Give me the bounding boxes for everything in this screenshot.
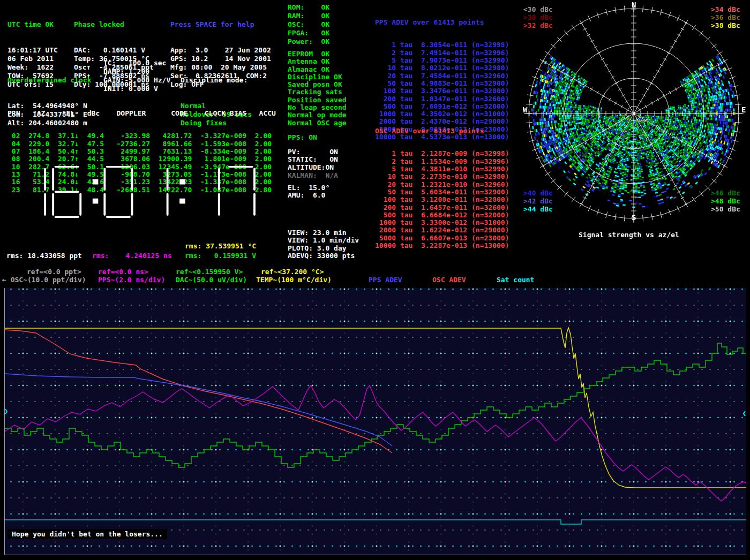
list-item: 50 tau 5.6034e-011 (n=32900) [375, 188, 509, 196]
list-item: 50 tau 4.9883e-011 (n=32900) [375, 80, 509, 87]
list-item: 08 200.4 20.7↑ 44.5 3678.06 12900.39 1.8… [8, 155, 276, 163]
list-item: 16:01:17 UTC [8, 46, 58, 55]
list-item: 04 229.0 32.7↓ 47.5 -2736.27 8961.66 -1.… [8, 140, 276, 148]
trace-sat-count [5, 520, 746, 524]
list-item: Tracking sats [288, 88, 347, 96]
status-message: Hope you didn't bet on the losers... [8, 529, 167, 539]
list-item: OSC: OK [288, 20, 329, 29]
list-item: TC: 100.0 sec [103, 59, 170, 67]
list-item: >46 dBc [711, 189, 740, 197]
compass-south-label: S [632, 213, 636, 222]
osc-adev-title: OSC ADEV over 61413 points [375, 127, 509, 135]
list-item: Saved posn OK [288, 81, 347, 88]
list-item: Power: OK [288, 37, 329, 46]
legend-dac-ref: ref~<0.159950 V> [176, 268, 243, 276]
fix-flags-block: PV: ONSTATIC: ONALTITUDE:ON [288, 148, 338, 171]
list-item: 10 tau 2.2735e-010 (n=32980) [375, 173, 509, 180]
list-item: DAMP: 1.200 [103, 67, 170, 76]
list-item: >48 dBc [711, 197, 740, 205]
list-item: App: 3.0 27 Jun 2002 [170, 46, 271, 55]
list-item: <30 dBc [523, 5, 553, 13]
legend-dac-scale: DAC~(50.0 uV/div) [176, 276, 247, 284]
receiver-status-block: EEPROM OKAntenna OKAlmanac OKDiscipline … [288, 50, 347, 127]
dbc-legend-bottom-left: >40 dBc>42 dBc>44 dBc [523, 189, 553, 213]
strip-chart[interactable]: ❯ ❮ [4, 288, 746, 555]
list-item: >36 dBc [711, 13, 740, 21]
compass-west-label: W [523, 105, 527, 114]
list-item: 500 tau 7.6091e-012 (n=32000) [375, 103, 509, 110]
list-item: FPGA: OK [288, 29, 329, 37]
list-item: AMU: 6.0 [288, 192, 329, 199]
list-item: Normal op mode [288, 111, 347, 119]
legend-temp-ref: ref~<37.200 °C> [261, 268, 324, 276]
list-item: VIEW: 1.0 min/div [288, 237, 359, 244]
list-item: >50 dBc [711, 205, 740, 213]
legend-pps-ref: ref=<0.0 ns> [98, 268, 148, 276]
list-item: 02 274.8 37.1↓ 49.4 -323.98 4281.72 -3.3… [8, 132, 276, 140]
device-status-block: ROM: OKRAM: OKOSC: OKFPGA: OKPower: OK [288, 3, 329, 46]
list-item: EEPROM OK [288, 50, 347, 58]
osc-adev-table: OSC ADEV over 61413 points 1 tau 2.1287e… [375, 112, 509, 265]
list-item: Almanac OK [288, 66, 347, 73]
list-item: 5 tau 7.9073e-011 (n=32990) [375, 57, 509, 64]
list-item: 10000 tau 3.2287e-013 (n=13000) [375, 242, 509, 249]
list-item: Normal OSC age [288, 119, 347, 127]
rms-temp: rms: 37.539951 °C [185, 242, 256, 250]
help-hint: Press SPACE for help [170, 20, 271, 29]
rms-osc: rms: 18.433058 ppt [6, 252, 82, 260]
seven-segment-display [16, 166, 262, 218]
osc-adev-rows: 1 tau 2.1287e-009 (n=32998) 2 tau 1.1534… [375, 150, 509, 249]
list-item: 1000 tau 3.3300e-012 (n=31000) [375, 219, 509, 226]
utc-status: UTC time OK [8, 20, 58, 29]
list-item: 100 tau 3.3476e-011 (n=32800) [375, 87, 509, 95]
list-item: 2 tau 7.4914e-011 (n=32996) [375, 49, 509, 57]
list-item: >40 dBc [523, 189, 553, 197]
el-amu-block: EL: 15.0°AMU: 6.0 [288, 184, 329, 200]
left-edge-marker: ❯ [4, 408, 8, 414]
list-item: >30 dBc [523, 13, 553, 21]
list-item: Position saved [288, 96, 347, 104]
trace-pps-trace [5, 385, 746, 501]
list-item: 07 186.4 50.4↑ 50.3 2499.97 7631.13 -8.3… [8, 148, 276, 155]
strip-chart-traces [5, 288, 746, 555]
list-item: >34 dBc [711, 5, 740, 13]
legend-osc-ref: ref=<0.0 ppt> [27, 268, 81, 276]
list-item: >42 dBc [523, 197, 553, 205]
list-item: PLOTQ: 3.0 day [288, 245, 359, 252]
list-item: 5000 tau 6.6607e-013 (n=23000) [375, 234, 509, 242]
list-item: 100 tau 3.1208e-011 (n=32800) [375, 196, 509, 203]
list-item: ROM: OK [288, 3, 329, 12]
compass-east-label: E [741, 105, 746, 114]
dbc-legend-top-right: >34 dBc>36 dBc>38 dBc [711, 5, 740, 29]
list-item: 1 tau 2.1287e-009 (n=32998) [375, 150, 509, 157]
legend-pps-adev: PPS ADEV [369, 276, 402, 284]
list-item: PV: ON [288, 148, 338, 156]
list-item: 10 tau 8.0212e-011 (n=32980) [375, 64, 509, 72]
pps-state: PPS: ON [288, 133, 317, 141]
kalman-flag: KALMAN: N/A [288, 171, 338, 179]
list-item: ADEVQ: 33000 pts [288, 252, 359, 260]
digital-clock [16, 166, 262, 218]
list-item: ALTITUDE:ON [288, 164, 338, 171]
list-item: 1 tau 8.3054e-011 (n=32998) [375, 41, 509, 49]
list-item: 200 tau 1.8347e-011 (n=32600) [375, 95, 509, 103]
list-item: 2000 tau 1.6224e-012 (n=29000) [375, 226, 509, 234]
list-item: Antenna OK [288, 58, 347, 65]
pps-adev-title: PPS ADEV over 61413 points [375, 19, 509, 26]
compass-north-label: N [632, 1, 636, 9]
list-item: >44 dBc [523, 205, 553, 213]
list-item: VIEW: 23.0 min [288, 229, 359, 237]
legend-osc-adev: OSC ADEV [432, 276, 466, 284]
list-item: 20 tau 7.4584e-011 (n=32960) [375, 72, 509, 80]
satellite-table-header: PRN °AZ °EL dBc DOPPLER CODE CLOCK BIAS … [8, 110, 276, 117]
list-item: DAC: 0.160141 V [74, 46, 154, 55]
list-item: GAIN:-5.000 Hz/V [103, 76, 170, 85]
legend-temp-scale: TEMP~(100 m°C/div) [256, 276, 332, 284]
discipline-heading: Discipline mode: [181, 76, 252, 85]
rms-pps: rms: 4.240125 ns [92, 252, 172, 260]
legend-sat-count: Sat count [497, 276, 534, 284]
loop-params-block: TC: 100.0 secDAMP: 1.200GAIN:-5.000 Hz/V… [103, 59, 170, 93]
dbc-legend-bottom-right: >46 dBc>48 dBc>50 dBc [711, 189, 740, 213]
phase-status: Phase locked [74, 20, 154, 29]
signal-map-caption: Signal strength vs az/el [579, 231, 679, 239]
